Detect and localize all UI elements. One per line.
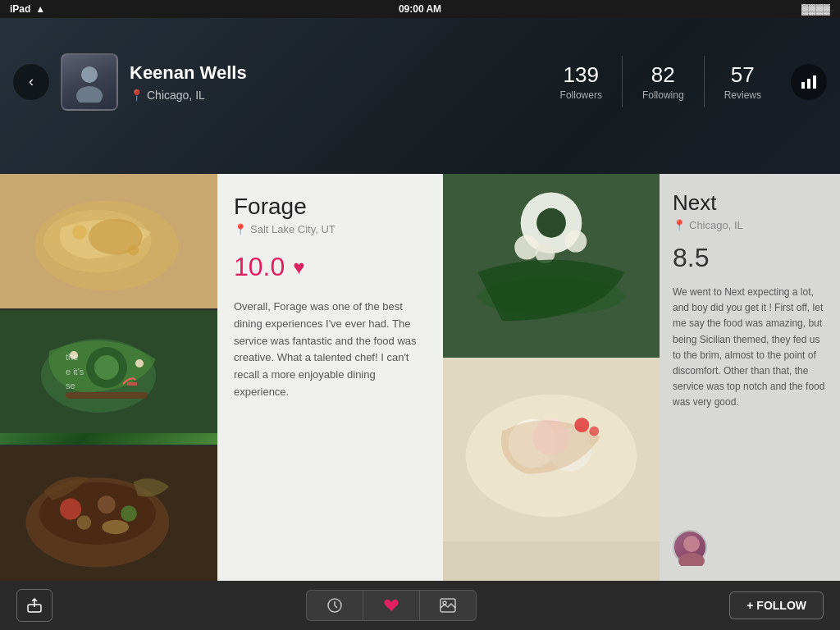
- history-button[interactable]: [306, 590, 363, 621]
- avatar: [61, 53, 118, 111]
- card-photo-3[interactable]: [443, 541, 660, 581]
- svg-point-37: [564, 231, 587, 253]
- svg-point-1: [76, 86, 103, 103]
- status-bar: iPad ▲ 09:00 AM ▓▓▓▓: [0, 0, 840, 18]
- svg-point-36: [514, 235, 539, 260]
- card-photo-2[interactable]: [443, 358, 660, 541]
- next-restaurant-name: Next: [673, 190, 827, 216]
- svg-point-16: [70, 351, 78, 359]
- back-button[interactable]: ‹: [13, 64, 49, 100]
- location-pin-icon: 📍: [130, 89, 144, 102]
- next-review-text: We went to Next expecting a lot, and boy…: [673, 285, 827, 517]
- right-panel: Next 📍 Chicago, IL 8.5 We went to Next e…: [660, 174, 840, 581]
- card-right-photos: [443, 174, 660, 581]
- center-card: Forage 📍 Salt Lake City, UT 10.0 ♥ Overa…: [217, 174, 660, 581]
- following-count: 82: [642, 62, 684, 88]
- svg-point-35: [536, 208, 566, 238]
- svg-point-26: [102, 520, 129, 534]
- svg-point-25: [77, 515, 91, 529]
- svg-point-0: [81, 66, 98, 83]
- next-pin-icon: 📍: [673, 219, 686, 231]
- following-label: Following: [642, 89, 684, 101]
- svg-point-24: [121, 505, 137, 522]
- user-location: 📍 Chicago, IL: [130, 89, 541, 102]
- main-content: the e it's se Forage 📍 Salt Lake City, U…: [0, 174, 840, 581]
- bottom-toolbar: + FOLLOW: [0, 581, 840, 630]
- followers-label: Followers: [560, 89, 602, 101]
- svg-rect-4: [813, 75, 816, 89]
- svg-point-55: [683, 536, 700, 552]
- svg-rect-18: [127, 382, 137, 386]
- svg-rect-3: [807, 79, 810, 89]
- reviews-label: Reviews: [724, 89, 761, 101]
- svg-point-46: [589, 427, 599, 436]
- svg-point-9: [72, 225, 86, 239]
- svg-point-17: [135, 359, 144, 368]
- restaurant-location: 📍 Salt Lake City, UT: [234, 223, 427, 235]
- wifi-icon: ▲: [35, 3, 45, 15]
- following-stat[interactable]: 82 Following: [623, 56, 705, 107]
- followers-stat[interactable]: 139 Followers: [541, 56, 623, 107]
- svg-point-56: [678, 553, 705, 566]
- food-thumbnail-3[interactable]: [0, 446, 217, 581]
- favorites-button[interactable]: [363, 590, 420, 621]
- status-left: iPad ▲: [10, 3, 45, 15]
- battery-icon: ▓▓▓▓: [801, 3, 830, 15]
- gallery-button[interactable]: [420, 590, 477, 621]
- next-reviewer-avatar[interactable]: [673, 530, 707, 564]
- svg-point-45: [574, 418, 589, 432]
- svg-rect-47: [443, 541, 660, 581]
- center-toolbar: [306, 590, 477, 621]
- food-thumbnail-1[interactable]: [0, 174, 217, 308]
- svg-point-10: [128, 244, 139, 255]
- restaurant-city: Salt Lake City, UT: [250, 223, 336, 235]
- follow-button[interactable]: + FOLLOW: [729, 591, 824, 619]
- svg-point-22: [60, 498, 81, 519]
- left-panel: [0, 174, 217, 581]
- card-photo-1[interactable]: [443, 174, 660, 358]
- followers-count: 139: [560, 62, 602, 88]
- next-location: 📍 Chicago, IL: [673, 219, 827, 231]
- restaurant-name: Forage: [234, 194, 427, 220]
- svg-rect-2: [801, 82, 805, 89]
- next-score: 8.5: [673, 243, 827, 273]
- chart-button[interactable]: [791, 64, 827, 100]
- follow-label: + FOLLOW: [746, 599, 806, 612]
- rating-number: 10.0: [234, 252, 285, 282]
- header: ‹ Keenan Wells 📍 Chicago, IL 139 Followe…: [0, 18, 840, 145]
- avatar-image: [62, 55, 116, 109]
- user-city: Chicago, IL: [147, 89, 205, 102]
- device-label: iPad: [10, 3, 30, 15]
- food-thumbnail-2[interactable]: [0, 310, 217, 445]
- restaurant-pin-icon: 📍: [234, 223, 247, 235]
- card-inner: Forage 📍 Salt Lake City, UT 10.0 ♥ Overa…: [217, 174, 660, 581]
- next-city: Chicago, IL: [689, 219, 743, 231]
- user-name: Keenan Wells: [130, 62, 541, 84]
- svg-point-23: [98, 495, 116, 514]
- svg-point-14: [94, 355, 119, 380]
- user-info: Keenan Wells 📍 Chicago, IL: [130, 62, 541, 102]
- status-right: ▓▓▓▓: [801, 3, 830, 15]
- status-time: 09:00 AM: [399, 3, 441, 15]
- share-button[interactable]: [16, 589, 52, 622]
- svg-rect-15: [66, 392, 148, 399]
- reviews-count: 57: [724, 62, 761, 88]
- card-left: Forage 📍 Salt Lake City, UT 10.0 ♥ Overa…: [217, 174, 443, 581]
- reviews-stat[interactable]: 57 Reviews: [705, 56, 781, 107]
- rating-row: 10.0 ♥: [234, 252, 427, 282]
- stats-area: 139 Followers 82 Following 57 Reviews: [541, 56, 781, 107]
- heart-icon: ♥: [293, 256, 304, 279]
- review-text: Overall, Forage was one of the best dini…: [234, 299, 427, 581]
